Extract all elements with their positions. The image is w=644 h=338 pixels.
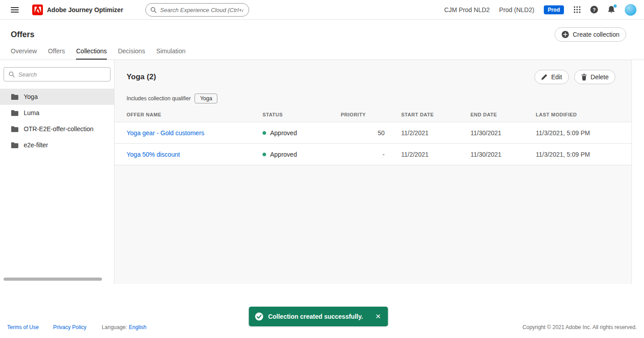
qualifier-tag: Yoga (195, 94, 217, 103)
hamburger-menu-icon[interactable] (11, 7, 19, 13)
sidebar-horizontal-scrollbar[interactable] (4, 278, 102, 281)
tab-overview[interactable]: Overview (11, 47, 37, 60)
offer-link[interactable]: Yoga 50% discount (127, 151, 180, 158)
tab-offers[interactable]: Offers (48, 47, 65, 60)
last-modified-value: 11/3/2021, 5:09 PM (536, 129, 615, 137)
collection-title: Yoga (2) (127, 73, 156, 81)
experience-cloud-search-input[interactable] (145, 3, 249, 17)
collection-header: Yoga (2) Edit Delete (114, 60, 631, 84)
page-footer: Terms of Use Privacy Policy Language:Eng… (0, 322, 644, 332)
edit-label: Edit (551, 73, 562, 81)
question-icon: ? (590, 6, 598, 13)
priority-value: 50 (341, 129, 401, 137)
delete-label: Delete (591, 73, 609, 81)
adobe-logo-icon[interactable] (32, 4, 43, 15)
status-approved-dot (263, 153, 266, 156)
tab-simulation[interactable]: Simulation (156, 47, 185, 60)
table-row[interactable]: Yoga 50% discount Approved - 11/2/2021 1… (114, 144, 631, 165)
language-selector: Language:English (102, 324, 146, 330)
tab-collections[interactable]: Collections (76, 47, 106, 60)
status-label: Approved (270, 129, 297, 137)
folder-icon (11, 142, 19, 149)
language-label: Language: (102, 324, 127, 330)
org-switcher[interactable]: CJM Prod NLD2 (444, 6, 490, 13)
edit-button[interactable]: Edit (534, 70, 568, 84)
page-header: Offers Create collection (0, 20, 644, 42)
end-date-value: 11/30/2021 (470, 151, 536, 158)
folder-label: e2e-filter (24, 141, 48, 149)
qualifier-row: Includes collection qualifier Yoga (114, 84, 631, 103)
last-modified-value: 11/3/2021, 5:09 PM (536, 151, 615, 158)
folder-label: OTR-E2E-offer-collection (24, 125, 93, 133)
folder-icon (11, 110, 19, 116)
search-icon (150, 7, 157, 15)
app-window: Adobe Journey Optimizer CJM Prod NLD2 Pr… (0, 0, 644, 338)
success-check-icon (254, 312, 263, 321)
end-date-value: 11/30/2021 (470, 129, 536, 137)
plus-circle-icon (561, 30, 569, 39)
toast-message: Collection created successfully. (268, 313, 363, 320)
grid-icon (573, 6, 581, 13)
table-row[interactable]: Yoga gear - Gold customers Approved 50 1… (114, 122, 631, 144)
experience-cloud-search (145, 3, 249, 17)
start-date-value: 11/2/2021 (401, 129, 470, 137)
tab-bar: Overview Offers Collections Decisions Si… (0, 42, 644, 60)
collection-actions: Edit Delete (534, 70, 615, 84)
column-header-priority: PRIORITY (341, 112, 401, 117)
column-header-start-date: START DATE (401, 112, 470, 117)
top-bar: Adobe Journey Optimizer CJM Prod NLD2 Pr… (0, 0, 644, 20)
help-button[interactable]: ? (590, 6, 598, 13)
folder-label: Yoga (24, 93, 38, 100)
priority-value: - (341, 151, 401, 158)
sidebar-item-otr-e2e-offer-collection[interactable]: OTR-E2E-offer-collection (0, 121, 114, 137)
sidebar-search-input[interactable] (4, 67, 110, 81)
sidebar-item-yoga[interactable]: Yoga (0, 89, 114, 105)
adobe-a-glyph (34, 7, 41, 13)
sidebar-item-luma[interactable]: Luma (0, 105, 114, 121)
sidebar-search (4, 67, 110, 81)
notifications-button[interactable] (607, 5, 615, 14)
collections-sidebar: Yoga Luma OTR-E2E-offer-collection e2e-f… (0, 60, 114, 284)
content-area: Yoga Luma OTR-E2E-offer-collection e2e-f… (0, 60, 644, 284)
column-header-last-modified: LAST MODIFIED (536, 112, 615, 117)
column-header-end-date: END DATE (470, 112, 536, 117)
sandbox-switcher[interactable]: Prod (NLD2) (499, 6, 534, 13)
toast-close-button[interactable]: ✕ (371, 309, 386, 324)
language-link[interactable]: English (129, 324, 146, 330)
create-collection-label: Create collection (573, 31, 619, 38)
tab-decisions[interactable]: Decisions (118, 47, 145, 60)
page-title: Offers (11, 30, 34, 39)
search-icon (8, 71, 15, 79)
column-header-status: STATUS (263, 112, 341, 117)
pencil-icon (541, 74, 547, 80)
user-avatar[interactable] (625, 4, 636, 16)
start-date-value: 11/2/2021 (401, 151, 470, 158)
topbar-right-group: CJM Prod NLD2 Prod (NLD2) Prod ? (444, 4, 644, 16)
folder-icon (11, 94, 19, 100)
app-title: Adobe Journey Optimizer (47, 6, 123, 13)
delete-button[interactable]: Delete (574, 70, 615, 84)
create-collection-button[interactable]: Create collection (555, 27, 626, 42)
copyright-text: Copyright © 2021 Adobe Inc. All rights r… (522, 324, 637, 330)
offers-table: OFFER NAME STATUS PRIORITY START DATE EN… (114, 112, 631, 165)
status-label: Approved (270, 151, 297, 158)
folder-label: Luma (24, 109, 39, 116)
app-switcher-button[interactable] (573, 6, 581, 13)
terms-of-use-link[interactable]: Terms of Use (7, 324, 39, 330)
folder-icon (11, 126, 19, 133)
notification-dot (613, 4, 617, 8)
collection-detail-panel: Yoga (2) Edit Delete (114, 60, 632, 284)
sidebar-item-e2e-filter[interactable]: e2e-filter (0, 137, 114, 153)
sandbox-prod-badge[interactable]: Prod (544, 5, 564, 14)
trash-icon (581, 73, 587, 81)
right-gutter (632, 60, 644, 284)
column-header-offer-name: OFFER NAME (127, 112, 263, 117)
table-header-row: OFFER NAME STATUS PRIORITY START DATE EN… (114, 112, 631, 122)
offer-link[interactable]: Yoga gear - Gold customers (127, 129, 204, 137)
status-approved-dot (263, 131, 266, 135)
privacy-policy-link[interactable]: Privacy Policy (53, 324, 87, 330)
qualifier-label: Includes collection qualifier (127, 95, 191, 102)
